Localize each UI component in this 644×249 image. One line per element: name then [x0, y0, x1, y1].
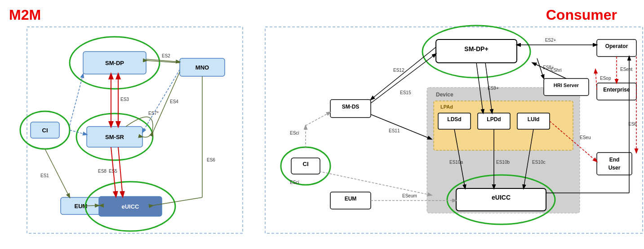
svg-text:LPDd: LPDd	[487, 116, 501, 122]
svg-line-18	[70, 74, 83, 126]
svg-text:SM-DS: SM-DS	[342, 104, 360, 110]
svg-text:ESent: ESent	[620, 67, 632, 72]
svg-line-67	[371, 114, 431, 139]
svg-text:ES6: ES6	[207, 157, 215, 162]
svg-rect-54	[597, 153, 632, 175]
svg-line-12	[118, 147, 123, 197]
svg-text:ES11: ES11	[389, 128, 400, 133]
svg-text:ESci: ESci	[290, 180, 299, 185]
svg-text:ES1: ES1	[40, 173, 49, 178]
consumer-section: Consumer	[261, 0, 644, 249]
m2m-section: M2M	[0, 0, 261, 249]
mno-label: MNO	[195, 64, 209, 71]
svg-line-22	[81, 205, 99, 206]
svg-text:ESeu: ESeu	[580, 135, 591, 140]
svg-text:ES6: ES6	[628, 122, 637, 127]
svg-text:ES8: ES8	[98, 169, 107, 174]
svg-text:ES2: ES2	[162, 53, 170, 58]
svg-text:Operator: Operator	[605, 43, 628, 49]
svg-text:SM-DP+: SM-DP+	[464, 45, 488, 52]
svg-text:LPAd: LPAd	[440, 104, 453, 109]
euicc-label: eUICC	[121, 203, 139, 210]
consumer-svg: Device LPAd LDSd LPDd LUId eUICC SM-DP+	[261, 0, 644, 249]
m2m-svg: MNO SM-DP SM-SR CI EUM eUICC ES2	[0, 0, 261, 249]
svg-text:ES15: ES15	[400, 90, 411, 95]
svg-text:LUId: LUId	[528, 116, 540, 122]
diagram-container: M2M	[0, 0, 644, 249]
svg-text:ES4: ES4	[170, 99, 178, 104]
svg-text:LDSd: LDSd	[447, 116, 461, 122]
svg-text:HRI Server: HRI Server	[554, 83, 579, 88]
svg-text:ESeum: ESeum	[402, 193, 417, 198]
ci-label: CI	[42, 127, 48, 134]
svg-text:ES10b: ES10b	[496, 160, 510, 165]
svg-text:ES2+: ES2+	[545, 38, 556, 43]
svg-text:eUICC: eUICC	[492, 194, 511, 201]
smdp-label: SM-DP	[105, 60, 124, 66]
svg-text:User: User	[608, 165, 621, 171]
smsr-label: SM-SR	[105, 134, 124, 140]
svg-line-87	[306, 112, 330, 126]
svg-text:Enterprise: Enterprise	[603, 87, 630, 93]
svg-text:ES3: ES3	[120, 97, 129, 102]
svg-line-89	[319, 171, 431, 195]
svg-text:End: End	[609, 157, 620, 163]
svg-text:EUM: EUM	[345, 196, 357, 202]
svg-text:ES12: ES12	[393, 68, 404, 73]
svg-text:ES10c: ES10c	[532, 160, 545, 165]
svg-text:CI: CI	[303, 161, 309, 167]
svg-text:ES8+: ES8+	[543, 65, 554, 70]
svg-text:ES10a: ES10a	[449, 160, 463, 165]
svg-text:Device: Device	[436, 92, 453, 98]
svg-text:ESop: ESop	[600, 76, 611, 81]
svg-text:ES9+: ES9+	[488, 86, 499, 91]
svg-text:ESci: ESci	[290, 131, 299, 135]
svg-line-69	[371, 54, 436, 103]
